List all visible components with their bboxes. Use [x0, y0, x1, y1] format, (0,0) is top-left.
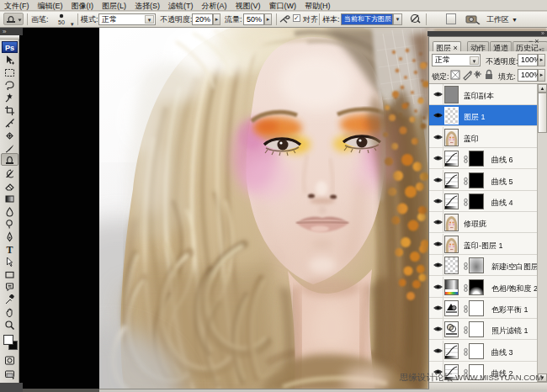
svg-text:T: T — [6, 244, 13, 255]
svg-text:50: 50 — [58, 19, 65, 25]
